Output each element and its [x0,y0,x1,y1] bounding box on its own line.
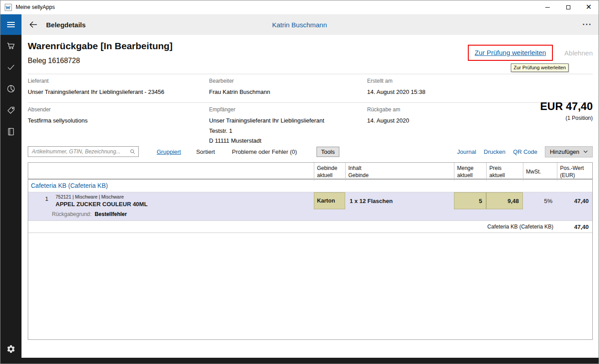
reject-button[interactable]: Ablehnen [565,49,593,57]
app-header: Belegdetails Katrin Buschmann ··· [0,14,599,35]
main-content: Warenrückgabe [In Bearbeitung] Beleg 161… [21,35,599,358]
items-toolbar: Gruppiert Sortiert Probleme oder Fehler … [28,146,593,157]
article-name: APPEL ZUCKER COULEUR 40ML [56,201,310,207]
journal-link[interactable]: Journal [457,148,476,155]
col-header-article [52,163,314,181]
mwst-cell: 5% [523,192,557,209]
col-header-gebinde: Gebinde aktuell [314,163,345,181]
reason-label: Rückgabegrund: [52,211,91,217]
positions-table: Gebinde aktuell Inhalt Gebinde Menge akt… [28,162,593,340]
minimize-button[interactable] [537,0,558,14]
total-position-count: (1 Position) [540,115,593,121]
price-tag-icon [6,106,16,115]
return-reason-row[interactable]: Rückgabegrund: Bestellfehler [28,209,592,221]
qr-code-link[interactable]: QR Code [513,148,537,155]
sidebar-item-prices[interactable] [0,99,21,121]
tools-button[interactable]: Tools [317,147,339,157]
close-icon: ✕ [586,4,591,11]
summary-group-label: Cafeteria KB (Cafeteria KB) [28,221,557,233]
gebinde-cell[interactable]: Karton [314,192,345,209]
chevron-down-icon [583,150,588,153]
cart-icon [6,41,16,51]
row-article: 752121 | Mischware | Mischware APPEL ZUC… [52,192,314,209]
gear-icon [6,344,16,354]
reason-value: Bestellfehler [94,211,127,217]
table-row[interactable]: 1 752121 | Mischware | Mischware APPEL Z… [28,192,592,209]
forward-button-tooltip: Zur Prüfung weiterleiten [511,63,569,72]
field-value: 14. August 2020 15:38 [367,87,593,97]
col-header-menge: Menge aktuell [454,163,486,181]
page-title: Belegdetails [46,21,86,29]
sidebar-item-catalog[interactable] [0,121,21,142]
bottom-statusbar [0,358,599,364]
gruppiert-toggle[interactable]: Gruppiert [157,148,181,155]
window-controls: ✕ [537,0,599,14]
forward-button-highlight: Zur Prüfung weiterleiten [468,45,552,61]
field-value: Unser Trainingslieferant Ihr Lieblingsli… [28,87,209,97]
document-number: Beleg 16168728 [28,57,80,65]
hinzufuegen-dropdown-button[interactable]: Hinzufügen [545,146,593,157]
hinzufuegen-label: Hinzufügen [550,148,579,155]
toolbar-right-group: Journal Drucken QR Code Hinzufügen [457,146,593,157]
probleme-filter[interactable]: Probleme oder Fehler (0) [232,148,297,155]
document-title: Warenrückgabe [In Bearbeitung] [28,41,173,51]
sidebar-item-tasks[interactable] [0,56,21,78]
checkmark-icon [6,63,16,72]
sidebar-item-cart[interactable] [0,35,21,56]
app-logo-icon [4,4,12,11]
more-options-button[interactable]: ··· [582,20,592,30]
window-titlebar: Meine sellyApps ✕ [0,0,599,14]
field-absender: Absender Testfirma sellysolutions [28,106,209,146]
field-value: Unser Trainingslieferant Ihr Lieblingsli… [209,116,367,146]
document-info: Lieferant Unser Trainingslieferant Ihr L… [28,74,593,151]
search-icon[interactable] [129,148,136,155]
group-header-row[interactable]: Cafeteria KB (Cafeteria KB) [28,179,592,192]
info-row-1: Lieferant Unser Trainingslieferant Ihr L… [28,74,593,102]
info-row-2: Absender Testfirma sellysolutions Empfän… [28,102,593,151]
col-header-wert: Pos.-Wert (EUR) [557,163,592,181]
hamburger-menu-button[interactable] [0,14,21,35]
table-header-row: Gebinde aktuell Inhalt Gebinde Menge akt… [28,163,592,179]
field-value: Frau Katrin Buschmann [209,87,367,97]
col-header-pos [28,163,52,181]
field-label: Bearbeiter [209,78,367,84]
sortiert-toggle[interactable]: Sortiert [196,148,215,155]
drucken-link[interactable]: Drucken [484,148,505,155]
article-meta: 752121 | Mischware | Mischware [56,194,310,199]
field-value: Testfirma sellysolutions [28,116,209,126]
close-button[interactable]: ✕ [578,0,599,14]
wert-cell: 47,40 [557,192,592,209]
document-total: EUR 47,40 (1 Position) [540,100,593,121]
inhalt-cell: 1 x 12 Flaschen [345,192,454,209]
col-header-mwst: MwSt. [523,163,557,181]
article-search [28,146,139,157]
total-amount: EUR 47,40 [540,100,593,113]
field-label: Empfänger [209,106,367,113]
field-label: Erstellt am [367,78,593,84]
current-user-link[interactable]: Katrin Buschmann [272,21,327,29]
maximize-button[interactable] [558,0,578,14]
forward-for-review-button[interactable]: Zur Prüfung weiterleiten [475,49,546,56]
sidebar-nav [0,35,21,364]
field-label: Lieferant [28,78,209,84]
row-position-number: 1 [28,192,52,209]
menge-cell[interactable]: 5 [454,192,486,209]
field-empfaenger: Empfänger Unser Trainingslieferant Ihr L… [209,106,367,146]
sidebar-item-settings[interactable] [0,338,21,360]
book-icon [6,127,16,136]
back-arrow-icon [28,20,38,30]
window-title: Meine sellyApps [16,4,55,10]
col-header-preis: Preis aktuell [486,163,523,181]
maximize-icon [566,5,570,9]
sidebar-item-statistics[interactable] [0,78,21,99]
document-actions: Zur Prüfung weiterleiten Ablehnen [468,45,593,61]
minimize-icon [545,7,550,8]
group-summary-row: Cafeteria KB (Cafeteria KB) 47,40 [28,221,592,233]
col-header-inhalt: Inhalt Gebinde [345,163,454,181]
field-lieferant: Lieferant Unser Trainingslieferant Ihr L… [28,78,209,97]
field-bearbeiter: Bearbeiter Frau Katrin Buschmann [209,78,367,97]
back-button[interactable] [27,19,39,30]
search-input[interactable] [28,148,129,155]
preis-cell[interactable]: 9,48 [486,192,523,209]
pie-chart-icon [6,84,16,93]
